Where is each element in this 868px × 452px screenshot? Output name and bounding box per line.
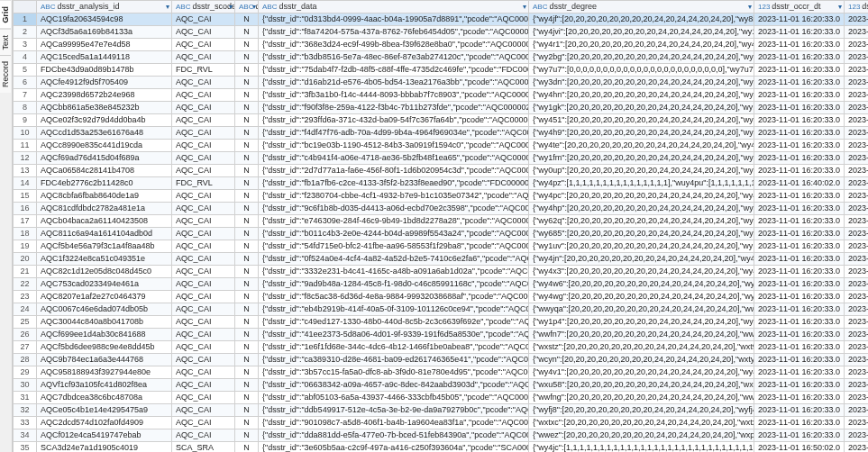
cell-scode-detail[interactable]: AQC_CAI (172, 379, 235, 392)
cell-data[interactable]: {"dsstr_id":"9c6f1b8b-d035-d4413-a06d-ec… (259, 203, 529, 215)
cell-data[interactable]: {"dsstr_id":"293ffd6a-371c-432d-ba09-54f… (259, 114, 529, 127)
row-number[interactable]: 22 (14, 278, 37, 291)
cell-data[interactable]: {"dsstr_id":"f8a74204-575a-437a-8762-76f… (259, 26, 529, 39)
cell-creat[interactable]: 2023-11-01 16: (845, 404, 869, 417)
cell-rcv-flg[interactable]: N (235, 215, 259, 228)
cell-rcv-flg[interactable]: N (235, 429, 259, 442)
dropdown-icon[interactable]: ▾ (838, 2, 842, 12)
row-number[interactable]: 29 (14, 366, 37, 379)
table-row[interactable]: 22AQC753cad0233494e461aAQC_CAIN{"dsstr_i… (14, 278, 869, 291)
cell-rcv-flg[interactable]: N (235, 228, 259, 240)
cell-degree[interactable]: {"wy4jn":[20,20,20,20,20,20,20,20,24,20,… (529, 253, 754, 266)
cell-degree[interactable]: {"wy4pc":[20,20,20,20,20,20,20,20,24,20,… (529, 190, 754, 203)
cell-data[interactable]: {"dsstr_id":"bc19e03b-1190-4512-84b3-3a0… (259, 140, 529, 152)
cell-scode-detail[interactable]: AQC_CAI (172, 215, 235, 228)
cell-scode-detail[interactable]: AQC_CAI (172, 240, 235, 253)
row-number[interactable]: 13 (14, 165, 37, 177)
tab-grid[interactable]: Grid (0, 0, 11, 29)
cell-rcv-flg[interactable]: N (235, 404, 259, 417)
row-number[interactable]: 34 (14, 429, 37, 442)
cell-data[interactable]: {"dsstr_id":"fb1a7fb6-c2ce-4133-3f5f2-b2… (259, 177, 529, 190)
tab-text[interactable]: Text (0, 29, 11, 56)
cell-rcv-flg[interactable]: N (235, 114, 259, 127)
table-row[interactable]: 19AQCf5b4e56a79f3c1a4f8aa48bAQC_CAIN{"ds… (14, 240, 869, 253)
cell-analysis-id[interactable]: AQCf69ad76d415d04f689a (37, 152, 172, 165)
dropdown-icon[interactable]: ▾ (166, 2, 169, 12)
cell-rcv-flg[interactable]: N (235, 341, 259, 354)
cell-occr-dt[interactable]: 2023-11-01 16:20:33.0 (754, 316, 845, 329)
cell-degree[interactable]: {"wy1gk":[20,20,20,20,20,20,20,20,24,20,… (529, 102, 754, 114)
cell-scode-detail[interactable]: AQC_CAI (172, 354, 235, 366)
row-number[interactable]: 5 (14, 64, 37, 77)
cell-analysis-id[interactable]: AQCf699ee1d4ab30c841688 (37, 329, 172, 341)
cell-degree[interactable]: {"wy0up":[20,20,20,20,20,20,20,20,24,20,… (529, 165, 754, 177)
cell-creat[interactable]: 2023-11-01 16: (845, 291, 869, 303)
row-number[interactable]: 20 (14, 253, 37, 266)
cell-scode-detail[interactable]: AQC_CAI (172, 291, 235, 303)
cell-analysis-id[interactable]: AQVf1cf93a105fc41d802f8ea (37, 379, 172, 392)
cell-scode-detail[interactable]: AQC_CAI (172, 266, 235, 278)
table-row[interactable]: 33AQC2dcd574d102fa0fd4909AQC_CAIN{"dsstr… (14, 417, 869, 429)
cell-occr-dt[interactable]: 2023-11-01 16:20:33.0 (754, 404, 845, 417)
table-row[interactable]: 14FDC4eb2776c2b11428c0FDC_RVLN{"dsstr_id… (14, 177, 869, 190)
table-row[interactable]: 31AQC7dbdcea38c6bc48708aAQC_CAIN{"dsstr_… (14, 392, 869, 404)
cell-rcv-flg[interactable]: N (235, 64, 259, 77)
row-number[interactable]: 4 (14, 51, 37, 64)
cell-rcv-flg[interactable]: N (235, 303, 259, 316)
cell-degree[interactable]: {"wy685":[20,20,20,20,20,20,20,20,24,20,… (529, 228, 754, 240)
col-analysis-id[interactable]: ABCdsstr_analysis_id▾ (37, 1, 172, 14)
table-row[interactable]: 26AQCf699ee1d4ab30c841688AQC_CAIN{"dsstr… (14, 329, 869, 341)
cell-data[interactable]: {"dsstr_id":"0d313bd4-0999-4aac-b04a-199… (259, 14, 529, 26)
table-row[interactable]: 10AQCcd1d53a253e61676a48AQC_CAIN{"dsstr_… (14, 127, 869, 140)
cell-analysis-id[interactable]: AQCa06584c28141b4708 (37, 165, 172, 177)
table-row[interactable]: 24AQC0067c46e6dad074db05bAQC_CAIN{"dsstr… (14, 303, 869, 316)
cell-data[interactable]: {"dsstr_id":"ca389310-d28e-4681-ba09-ed2… (259, 354, 529, 366)
cell-creat[interactable]: 2023-11-01 16: (845, 152, 869, 165)
table-row[interactable]: 34AQCf012e4ca5419747ebabAQC_CAIN{"dsstr_… (14, 429, 869, 442)
cell-analysis-id[interactable]: AQC811c6a94a1614104adb0d (37, 228, 172, 240)
cell-data[interactable]: {"dsstr_id":"41ee2373-5d8a06-4d01-9f-933… (259, 329, 529, 341)
table-row[interactable]: 35SCA3d24e7a1d1905c4019SCA_SRAN{"dsstr_i… (14, 442, 869, 453)
dropdown-icon[interactable]: ▾ (252, 2, 256, 12)
cell-analysis-id[interactable]: AQCe05c4b1e14e4295475a9 (37, 404, 172, 417)
cell-analysis-id[interactable]: AQC1f3224e8ca51c049351e (37, 253, 172, 266)
cell-creat[interactable]: 2023-11-01 16: (845, 366, 869, 379)
cell-occr-dt[interactable]: 2023-11-01 16:20:33.0 (754, 228, 845, 240)
cell-analysis-id[interactable]: AQC958188943f3927944e80e (37, 366, 172, 379)
table-row[interactable]: 13AQCa06584c28141b4708AQC_CAIN{"dsstr_id… (14, 165, 869, 177)
cell-occr-dt[interactable]: 2023-11-01 16:20:33.0 (754, 240, 845, 253)
cell-scode-detail[interactable]: AQC_CAI (172, 417, 235, 429)
cell-creat[interactable]: 2023-11-01 16: (845, 177, 869, 190)
cell-data[interactable]: {"dsstr_id":"75dab4f7-f2db-48f5-c88f-4ff… (259, 64, 529, 77)
cell-creat[interactable]: 2023-11-01 16: (845, 140, 869, 152)
cell-occr-dt[interactable]: 2023-11-01 16:20:33.0 (754, 303, 845, 316)
cell-creat[interactable]: 2023-11-01 16: (845, 26, 869, 39)
cell-data[interactable]: {"dsstr_id":"f8c5ac38-6d36d-4e8a-9884-99… (259, 291, 529, 303)
cell-scode-detail[interactable]: AQC_CAI (172, 366, 235, 379)
cell-occr-dt[interactable]: 2023-11-01 16:20:33.0 (754, 140, 845, 152)
cell-data[interactable]: {"dsstr_id":"f2380704-cbbe-4cf1-4932-b7e… (259, 190, 529, 203)
cell-occr-dt[interactable]: 2023-11-01 16:20:33.0 (754, 417, 845, 429)
row-number-header[interactable] (14, 1, 37, 14)
row-number[interactable]: 30 (14, 379, 37, 392)
dropdown-icon[interactable]: ▾ (523, 2, 526, 12)
cell-creat[interactable]: 2023-11-01 16: (845, 253, 869, 266)
cell-data[interactable]: {"dsstr_id":"b3db8516-5e7a-48ec-86ef-87e… (259, 51, 529, 64)
cell-scode-detail[interactable]: AQC_CAI (172, 51, 235, 64)
cell-scode-detail[interactable]: SCA_SRA (172, 442, 235, 453)
cell-rcv-flg[interactable]: N (235, 89, 259, 102)
cell-scode-detail[interactable]: AQC_CAI (172, 303, 235, 316)
cell-occr-dt[interactable]: 2023-11-01 16:40:02.0 (754, 177, 845, 190)
cell-rcv-flg[interactable]: N (235, 140, 259, 152)
cell-analysis-id[interactable]: AQC9b784ec1a6a3e444768 (37, 354, 172, 366)
cell-data[interactable]: {"dsstr_id":"b011c4b3-2e0e-4244-b04d-a99… (259, 228, 529, 240)
table-row[interactable]: 21AQC82c1d12e05d8c048d45c0AQC_CAIN{"dsst… (14, 266, 869, 278)
cell-data[interactable]: {"dsstr_id":"dda881dd-e5fa-477e0-7b-bced… (259, 429, 529, 442)
cell-creat[interactable]: 2023-11-01 16: (845, 379, 869, 392)
cell-degree[interactable]: {"wxtxc":[20,20,20,20,20,20,20,20,24,20,… (529, 417, 754, 429)
cell-occr-dt[interactable]: 2023-11-01 16:20:33.0 (754, 341, 845, 354)
cell-data[interactable]: {"dsstr_id":"901098c7-a5d8-406f1-ba4b-1a… (259, 417, 529, 429)
cell-rcv-flg[interactable]: N (235, 203, 259, 215)
row-number[interactable]: 8 (14, 102, 37, 114)
row-number[interactable]: 15 (14, 190, 37, 203)
